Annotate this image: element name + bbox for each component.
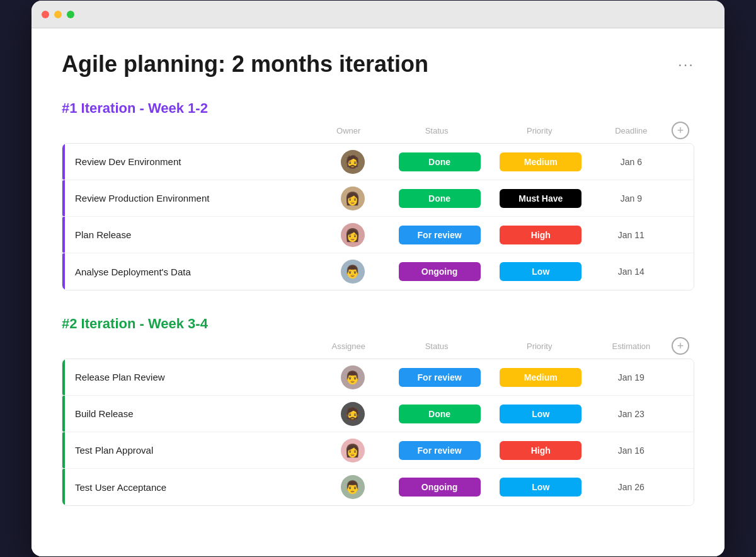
status-badge: Ongoing [399,262,481,281]
iter2-col-headers: Assignee Status Priority Estimation + [62,337,694,359]
status-badge: For review [399,226,481,244]
task-priority: Low [490,262,592,281]
task-owner: 🧔 [316,402,389,426]
iter2-tasks-table: Release Plan Review 👨 For review Medium … [62,359,694,506]
task-status: For review [389,226,490,244]
task-name: Plan Release [65,222,316,248]
iter2-add-col: + [672,337,694,355]
col-estimation-header: Estimation [591,342,672,351]
task-status: Done [389,189,490,208]
task-name: Test User Acceptance [65,474,316,500]
priority-badge: Medium [500,152,581,171]
task-status: Done [389,152,490,171]
task-owner: 👩 [316,223,389,247]
priority-badge: Low [500,478,581,497]
task-name: Release Plan Review [65,364,316,390]
table-row: Release Plan Review 👨 For review Medium … [62,359,694,396]
iteration-1-title: #1 Iteration - Week 1-2 [62,100,208,117]
iter1-tasks-table: Review Dev Environment 🧔 Done Medium Jan… [62,143,694,290]
col-owner-header: Owner [312,126,386,135]
task-priority: High [490,226,592,244]
col-priority-header: Priority [488,342,591,351]
task-owner: 👨 [316,365,389,389]
status-badge: Done [399,405,481,423]
page-header: Agile planning: 2 months iteration ··· [62,51,694,78]
maximize-dot[interactable] [67,11,74,18]
iter1-add-col: + [672,122,694,139]
task-owner: 👩 [316,187,389,210]
task-name: Review Production Environment [65,185,316,211]
table-row: Test User Acceptance 👨 Ongoing Low Jan 2… [62,469,694,505]
task-status: For review [389,368,490,387]
task-deadline: Jan 6 [592,157,671,167]
table-row: Review Production Environment 👩 Done Mus… [62,180,694,217]
task-deadline: Jan 9 [592,193,671,204]
page-title: Agile planning: 2 months iteration [62,51,428,78]
close-dot[interactable] [42,11,49,18]
more-options-button[interactable]: ··· [678,55,694,73]
task-priority: High [490,441,592,460]
iter2-add-button[interactable]: + [672,337,689,355]
avatar: 👩 [341,439,365,462]
iteration-2-title: #2 Iteration - Week 3-4 [62,316,208,332]
avatar: 🧔 [341,150,365,174]
iter1-col-headers: Owner Status Priority Deadline + [62,122,694,143]
task-owner: 🧔 [316,150,389,174]
status-badge: For review [399,368,481,387]
iteration-2: #2 Iteration - Week 3-4 Assignee Status … [62,316,694,506]
status-badge: For review [399,441,481,460]
status-badge: Done [399,152,481,171]
task-name: Review Dev Environment [65,149,316,175]
task-owner: 👨 [316,260,389,284]
col-status-header: Status [385,342,488,351]
table-row: Analyse Deployment's Data 👨 Ongoing Low … [62,253,694,290]
priority-badge: Low [500,405,581,423]
minimize-dot[interactable] [54,11,62,18]
iteration-1-header-row: #1 Iteration - Week 1-2 [62,100,694,117]
task-priority: Medium [490,152,592,171]
task-name: Test Plan Approval [65,437,316,463]
avatar: 🧔 [341,402,365,426]
avatar: 👨 [341,365,365,389]
avatar: 👩 [341,187,365,210]
priority-badge: Must Have [500,189,581,208]
status-badge: Ongoing [399,478,481,497]
col-priority-header: Priority [488,126,591,135]
task-deadline: Jan 11 [592,230,671,240]
avatar: 👩 [341,223,365,247]
task-name: Build Release [65,401,316,427]
iteration-1: #1 Iteration - Week 1-2 Owner Status Pri… [62,100,694,290]
task-deadline: Jan 19 [592,372,671,382]
priority-badge: Medium [500,368,581,387]
task-deadline: Jan 26 [592,482,671,492]
task-status: Ongoing [389,262,490,281]
col-deadline-header: Deadline [591,126,672,135]
task-priority: Must Have [490,189,592,208]
iteration-2-header-row: #2 Iteration - Week 3-4 [62,316,694,332]
col-assignee-header: Assignee [312,342,386,351]
priority-badge: High [500,226,581,244]
task-status: For review [389,441,490,460]
titlebar [32,1,724,28]
task-name: Analyse Deployment's Data [65,259,316,285]
task-priority: Low [490,405,592,423]
table-row: Review Dev Environment 🧔 Done Medium Jan… [62,144,694,180]
task-owner: 👨 [316,475,389,499]
task-priority: Medium [490,368,592,387]
task-deadline: Jan 14 [592,267,671,277]
avatar: 👨 [341,475,365,499]
table-row: Plan Release 👩 For review High Jan 11 [62,217,694,253]
priority-badge: High [500,441,581,460]
priority-badge: Low [500,262,581,281]
task-status: Done [389,405,490,423]
iter1-add-button[interactable]: + [672,122,689,139]
task-deadline: Jan 16 [592,445,671,456]
task-deadline: Jan 23 [592,409,671,419]
table-row: Test Plan Approval 👩 For review High Jan… [62,432,694,469]
task-owner: 👩 [316,439,389,462]
task-priority: Low [490,478,592,497]
table-row: Build Release 🧔 Done Low Jan 23 [62,396,694,432]
avatar: 👨 [341,260,365,284]
col-status-header: Status [385,126,488,135]
app-window: Agile planning: 2 months iteration ··· #… [32,1,724,556]
